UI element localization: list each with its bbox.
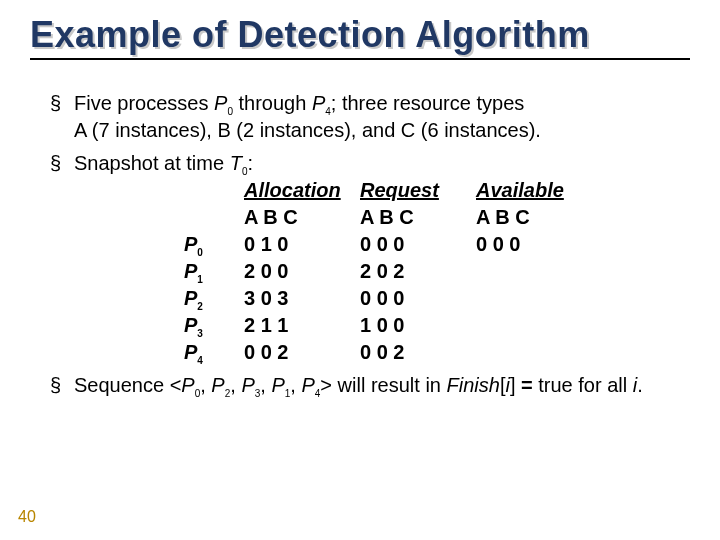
proc-cell: P4 <box>184 339 228 366</box>
proc-symbol: P <box>214 92 227 114</box>
slide-body: Five processes P0 through P4; three reso… <box>30 90 690 399</box>
allocation-header: Allocation <box>244 177 344 204</box>
subheader-row: A B C A B C A B C <box>184 204 690 231</box>
subscript: 3 <box>197 328 203 339</box>
text: Snapshot at time <box>74 152 230 174</box>
proc-symbol: P <box>241 374 254 396</box>
page-number: 40 <box>18 508 36 526</box>
bullet-2: Snapshot at time T0: Allocation Request … <box>50 150 690 366</box>
slide: Example of Detection Algorithm Five proc… <box>0 0 720 540</box>
finish-symbol: Finish <box>447 374 500 396</box>
alloc-cell: 0 1 0 <box>244 231 344 258</box>
req-cell: 0 0 0 <box>360 285 460 312</box>
text: A (7 instances), B (2 instances), and C … <box>74 119 541 141</box>
proc-symbol: P <box>271 374 284 396</box>
text: ; three resource types <box>331 92 524 114</box>
alloc-cell: 3 0 3 <box>244 285 344 312</box>
request-header: Request <box>360 177 460 204</box>
avail-cell: 0 0 0 <box>476 231 596 258</box>
avail-cell <box>476 339 596 366</box>
subscript: 4 <box>197 355 203 366</box>
bullet-1: Five processes P0 through P4; three reso… <box>50 90 690 144</box>
text: . <box>637 374 643 396</box>
equals: = <box>521 374 533 396</box>
time-symbol: T <box>230 152 242 174</box>
req-cell: 1 0 0 <box>360 312 460 339</box>
header-row: Allocation Request Available <box>184 177 690 204</box>
proc-cell: P0 <box>184 231 228 258</box>
req-cell: 0 0 0 <box>360 231 460 258</box>
title-rule <box>30 58 690 60</box>
text: ] <box>510 374 521 396</box>
text: , <box>230 374 241 396</box>
table-row: P3 2 1 1 1 0 0 <box>184 312 690 339</box>
req-cell: 2 0 2 <box>360 258 460 285</box>
subscript: 0 <box>197 247 203 258</box>
abc-label: A B C <box>360 204 460 231</box>
proc-symbol: P <box>184 314 197 336</box>
text: Five processes <box>74 92 214 114</box>
abc-label: A B C <box>476 204 596 231</box>
req-cell: 0 0 2 <box>360 339 460 366</box>
proc-symbol: P <box>181 374 194 396</box>
alloc-cell: 2 0 0 <box>244 258 344 285</box>
table-row: P0 0 1 0 0 0 0 0 0 0 <box>184 231 690 258</box>
abc-label: A B C <box>244 204 344 231</box>
proc-symbol: P <box>301 374 314 396</box>
bullet-3: Sequence <P0, P2, P3, P1, P4> will resul… <box>50 372 690 399</box>
text: true for all <box>533 374 633 396</box>
table-row: P1 2 0 0 2 0 2 <box>184 258 690 285</box>
proc-symbol: P <box>211 374 224 396</box>
proc-subheader <box>184 204 228 231</box>
snapshot-table: Allocation Request Available A B C A B C… <box>184 177 690 366</box>
text: through <box>233 92 312 114</box>
proc-symbol: P <box>312 92 325 114</box>
avail-cell <box>476 285 596 312</box>
table-row: P2 3 0 3 0 0 0 <box>184 285 690 312</box>
text: Sequence < <box>74 374 181 396</box>
available-header: Available <box>476 177 596 204</box>
slide-title: Example of Detection Algorithm <box>30 14 690 56</box>
text: , <box>200 374 211 396</box>
proc-symbol: P <box>184 341 197 363</box>
text: : <box>247 152 253 174</box>
subscript: 1 <box>197 274 203 285</box>
subscript: 2 <box>197 301 203 312</box>
proc-cell: P3 <box>184 312 228 339</box>
alloc-cell: 2 1 1 <box>244 312 344 339</box>
text: , <box>260 374 271 396</box>
proc-symbol: P <box>184 287 197 309</box>
proc-symbol: P <box>184 233 197 255</box>
avail-cell <box>476 258 596 285</box>
avail-cell <box>476 312 596 339</box>
table-row: P4 0 0 2 0 0 2 <box>184 339 690 366</box>
text: > will result in <box>320 374 446 396</box>
text: , <box>290 374 301 396</box>
proc-cell: P2 <box>184 285 228 312</box>
alloc-cell: 0 0 2 <box>244 339 344 366</box>
proc-cell: P1 <box>184 258 228 285</box>
proc-symbol: P <box>184 260 197 282</box>
proc-header <box>184 177 228 204</box>
bullet-list: Five processes P0 through P4; three reso… <box>50 90 690 399</box>
